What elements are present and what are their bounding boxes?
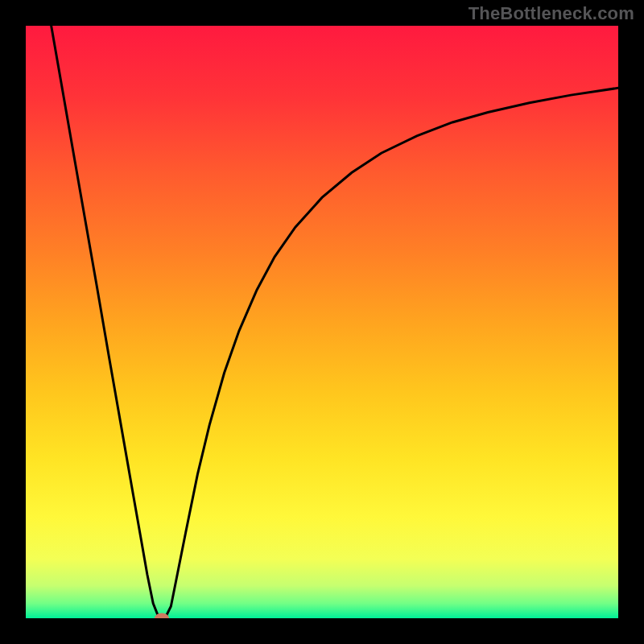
chart-area: [26, 26, 618, 618]
watermark-text: TheBottleneck.com: [469, 3, 634, 24]
bottleneck-curve: [26, 26, 618, 618]
optimal-point-marker: [155, 613, 169, 619]
